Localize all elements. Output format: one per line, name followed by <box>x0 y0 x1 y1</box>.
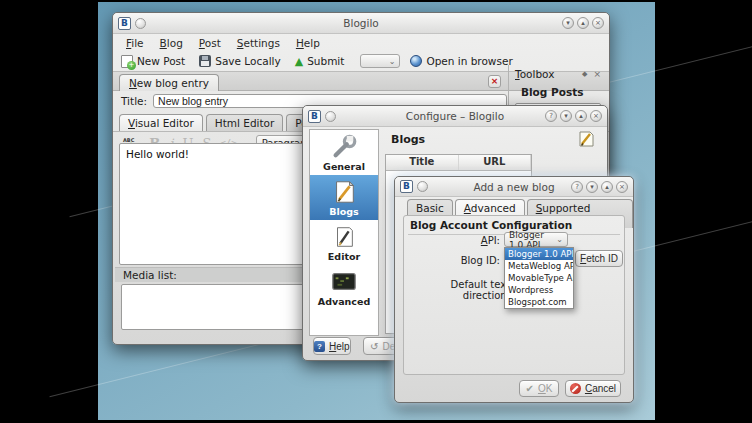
api-combo[interactable]: Blogger 1.0 API ⌄ <box>504 232 568 247</box>
toolbox-float-icon[interactable]: ◆ <box>582 70 587 78</box>
blog-id-label: Blog ID: <box>434 255 500 266</box>
ok-button[interactable]: ✔ OK <box>519 380 559 397</box>
tab-close-icon[interactable]: × <box>488 75 501 88</box>
dropdown-option-movabletype[interactable]: MovableType API <box>505 272 573 284</box>
tab-new-blog-entry[interactable]: New blog entry <box>119 74 219 91</box>
help-badge-icon: ? <box>314 341 325 352</box>
blogilo-app-icon: B <box>308 110 321 123</box>
dropdown-option-wordpress[interactable]: Wordpress <box>505 284 573 296</box>
editor-pencil-icon <box>329 224 359 250</box>
configure-sidebar: General Blogs Editor <box>309 129 379 336</box>
main-titlebar[interactable]: B Blogilo ▾ ▴ × <box>113 13 609 34</box>
screen: B Blogilo ▾ ▴ × File Blog Post Settings … <box>0 0 752 423</box>
fetch-id-button[interactable]: Fetch ID <box>575 250 623 267</box>
save-locally-label: Save Locally <box>215 55 280 67</box>
sidebar-item-blogs[interactable]: Blogs <box>310 175 378 220</box>
save-locally-button[interactable]: Save Locally <box>195 55 284 67</box>
column-title[interactable]: Title <box>386 155 459 170</box>
blogilo-app-icon: B <box>118 17 131 30</box>
undo-icon: ↺ <box>370 341 378 352</box>
api-dropdown-popup: Blogger 1.0 API MetaWeblog API MovableTy… <box>504 247 574 309</box>
maximize-icon[interactable]: ▴ <box>601 181 613 193</box>
sidebar-item-advanced[interactable]: Advanced <box>310 265 378 310</box>
main-window-title: Blogilo <box>113 17 609 29</box>
add-blog-dialog: B Add a new blog ? ▾ ▴ × Basic Advanced … <box>394 176 634 403</box>
dropdown-option-metaweblog[interactable]: MetaWeblog API <box>505 260 573 272</box>
add-blog-titlebar[interactable]: B Add a new blog ? ▾ ▴ × <box>395 177 633 197</box>
menu-help[interactable]: Help <box>289 35 327 51</box>
toolbox-close-icon[interactable]: × <box>593 69 601 79</box>
blog-account-configuration-group: Blog Account Configuration API: Blogger … <box>403 215 625 375</box>
minimize-icon[interactable]: ▾ <box>562 17 574 29</box>
blogs-table-header: Title URL <box>386 155 531 171</box>
cancel-button[interactable]: Cancel <box>565 380 621 397</box>
dropdown-option-blogger[interactable]: Blogger 1.0 API <box>505 248 573 260</box>
new-post-icon: + <box>121 55 133 68</box>
chevron-down-icon: ⌄ <box>556 235 563 244</box>
sidebar-item-editor[interactable]: Editor <box>310 220 378 265</box>
cancel-icon <box>570 383 581 394</box>
maximize-icon[interactable]: ▴ <box>577 17 589 29</box>
submit-icon: ▲ <box>295 56 303 67</box>
api-label: API: <box>444 235 500 246</box>
menu-file[interactable]: File <box>119 35 151 51</box>
help-icon[interactable]: ? <box>571 181 583 193</box>
menu-blog[interactable]: Blog <box>153 35 190 51</box>
menu-settings[interactable]: Settings <box>230 35 287 51</box>
blog-note-icon <box>329 179 359 205</box>
dropdown-option-blogspot[interactable]: Blogspot.com <box>505 296 573 308</box>
new-post-label: New Post <box>137 55 185 67</box>
advanced-screen-icon <box>329 269 359 295</box>
tab-html-editor[interactable]: Html Editor <box>206 114 284 131</box>
media-list-label: Media list: <box>123 269 177 281</box>
open-in-browser-button[interactable]: Open in browser <box>406 55 516 67</box>
submit-label: Submit <box>307 55 344 67</box>
edit-blog-icon[interactable] <box>577 130 595 148</box>
dialog-buttons-row: ✔ OK Cancel <box>395 380 633 397</box>
text-direction-label: Default text direction: <box>408 279 510 301</box>
wrench-icon <box>329 134 359 160</box>
submit-button[interactable]: ▲ Submit <box>291 55 349 67</box>
maximize-icon[interactable]: ▴ <box>575 110 587 122</box>
close-icon[interactable]: × <box>592 17 604 29</box>
minimize-icon[interactable]: ▾ <box>560 110 572 122</box>
column-url[interactable]: URL <box>459 155 532 170</box>
chevron-down-icon: ⌄ <box>389 57 396 66</box>
help-button[interactable]: ? Help <box>313 337 351 355</box>
blogilo-app-icon: B <box>400 180 413 193</box>
blog-posts-heading: Blog Posts <box>511 82 605 101</box>
tab-visual-editor[interactable]: Visual Editor <box>119 114 203 131</box>
title-label: Title: <box>121 95 147 107</box>
save-icon <box>199 55 211 67</box>
blogs-page-heading: Blogs <box>391 133 425 146</box>
open-in-browser-label: Open in browser <box>426 55 512 67</box>
browser-globe-icon <box>410 55 422 67</box>
menubar: File Blog Post Settings Help <box>113 34 609 52</box>
editor-text: Hello world! <box>126 148 189 160</box>
sidebar-item-general[interactable]: General <box>310 130 378 175</box>
toolbox-title: Toolbox <box>515 68 554 80</box>
ok-check-icon: ✔ <box>526 383 534 394</box>
new-post-button[interactable]: + New Post <box>117 55 189 68</box>
configure-titlebar[interactable]: B Configure – Blogilo ? ▾ ▴ × <box>303 106 607 127</box>
help-icon[interactable]: ? <box>545 110 557 122</box>
close-icon[interactable]: × <box>590 110 602 122</box>
minimize-icon[interactable]: ▾ <box>586 181 598 193</box>
blog-selector-combo[interactable]: ⌄ <box>360 54 400 68</box>
close-icon[interactable]: × <box>616 181 628 193</box>
menu-post[interactable]: Post <box>192 35 228 51</box>
